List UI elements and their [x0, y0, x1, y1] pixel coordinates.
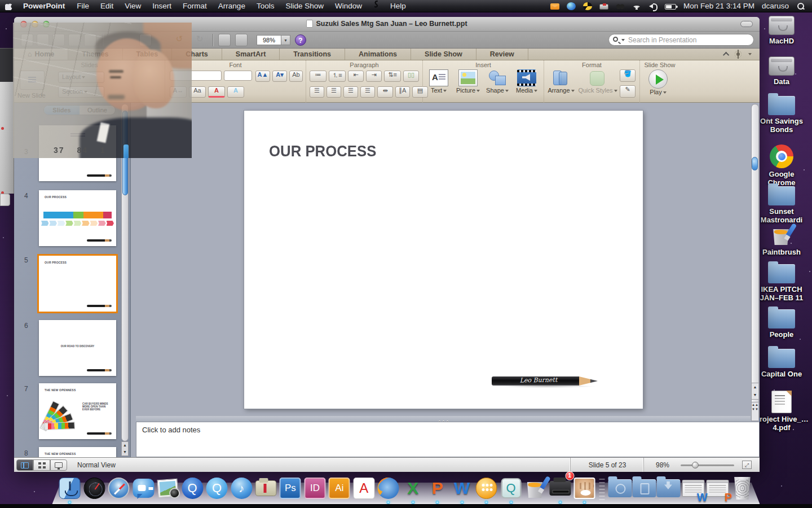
- justify-icon[interactable]: ☰: [360, 86, 375, 98]
- zoom-slider-knob[interactable]: [692, 462, 699, 468]
- slide-sorter-button[interactable]: [33, 459, 50, 471]
- dock-image-capture[interactable]: [254, 476, 277, 501]
- dock-powerpoint[interactable]: P: [426, 476, 449, 501]
- text-direction-icon[interactable]: ∥A: [395, 86, 410, 98]
- desktop-icon-data[interactable]: Data: [754, 56, 809, 86]
- dock-minimized-word-doc[interactable]: W: [681, 476, 705, 501]
- fit-slide-to-window-button[interactable]: ⤢: [742, 461, 752, 469]
- menu-format[interactable]: Format: [177, 0, 213, 12]
- align-center-icon[interactable]: ☰: [326, 86, 341, 98]
- applescript-icon[interactable]: [368, 0, 385, 12]
- dock-folder-documents[interactable]: [632, 476, 656, 501]
- mail-icon[interactable]: [550, 3, 559, 10]
- toolbar-toggle-button[interactable]: [740, 21, 753, 27]
- distribute-icon[interactable]: ⇹: [377, 86, 393, 98]
- align-right-icon[interactable]: ☰: [343, 86, 358, 98]
- dock-folder-applications[interactable]: [608, 476, 632, 501]
- clear-formatting-icon[interactable]: Ab: [289, 71, 303, 82]
- menu-username[interactable]: dcaruso: [762, 2, 789, 10]
- tab-animations[interactable]: Animations: [345, 49, 411, 60]
- pane-scroll-arrows[interactable]: ▲▼: [121, 441, 129, 456]
- quick-styles-button[interactable]: Quick Styles: [578, 69, 617, 94]
- decrease-indent-icon[interactable]: ⇤: [348, 71, 364, 82]
- dock-trash[interactable]: [730, 476, 754, 501]
- desktop-icon-people[interactable]: People: [754, 309, 809, 339]
- sphere-status-icon[interactable]: [583, 2, 592, 10]
- dock-finder[interactable]: [58, 476, 82, 501]
- slide-show-button[interactable]: [50, 459, 67, 471]
- dock-firefox[interactable]: [377, 476, 400, 501]
- desktop-icon-google-chrome[interactable]: Google Chrome: [754, 144, 809, 187]
- dock-quicktime[interactable]: Q: [180, 476, 204, 501]
- menu-view[interactable]: View: [119, 0, 147, 12]
- slide-title[interactable]: OUR PROCESS: [269, 142, 376, 160]
- menu-window[interactable]: Window: [329, 0, 368, 12]
- vertical-scrollbar-track[interactable]: [751, 104, 759, 409]
- menu-clock[interactable]: Mon Feb 21 3:14 PM: [683, 2, 754, 10]
- collapse-ribbon-icon[interactable]: [723, 52, 729, 58]
- show-formatting-icon[interactable]: [218, 34, 231, 46]
- search-field[interactable]: [608, 34, 754, 46]
- tab-smartart[interactable]: SmartArt: [222, 49, 280, 60]
- menu-powerpoint[interactable]: PowerPoint: [17, 0, 71, 12]
- align-left-icon[interactable]: ☰: [310, 86, 324, 98]
- search-input[interactable]: [628, 35, 750, 45]
- slide-thumbnail-6[interactable]: OUR ROAD TO DISCOVERY: [39, 320, 116, 376]
- ribbon-settings-gear-icon[interactable]: [735, 51, 742, 58]
- desktop-icon-paintbrush[interactable]: Paintbrush: [754, 225, 809, 256]
- dock-iphoto[interactable]: [156, 476, 179, 501]
- media-browser-icon[interactable]: [235, 34, 248, 46]
- columns-icon[interactable]: ▯▯: [403, 71, 419, 82]
- font-color-icon[interactable]: A: [208, 86, 225, 98]
- volume-icon[interactable]: [648, 2, 657, 10]
- dock-minimized-ppt-doc[interactable]: P: [706, 476, 730, 501]
- dock-itunes[interactable]: ♪: [230, 476, 253, 501]
- apple-menu[interactable]: [0, 2, 17, 10]
- desktop-icon-machd[interactable]: MacHD: [754, 16, 809, 45]
- quicksilver-icon[interactable]: [567, 2, 576, 10]
- text-effects-icon[interactable]: A: [227, 86, 244, 98]
- desktop-icon-sunset-mastronardi[interactable]: Sunset Mastronardi: [754, 186, 809, 224]
- menu-file[interactable]: File: [71, 0, 95, 12]
- increase-font-icon[interactable]: A▲: [255, 71, 270, 82]
- spotlight-icon[interactable]: [796, 2, 805, 10]
- wifi-icon[interactable]: [632, 2, 641, 10]
- dock-paint-app[interactable]: [523, 476, 547, 501]
- slide-thumbnail-4[interactable]: OUR PROCESS: [39, 190, 116, 246]
- menu-arrange[interactable]: Arrange: [213, 0, 251, 12]
- dock-word[interactable]: W: [450, 476, 474, 501]
- desktop-icon-ikea-pitch[interactable]: IKEA PITCH JAN–FEB 11: [754, 264, 809, 302]
- menu-insert[interactable]: Insert: [147, 0, 177, 12]
- play-button[interactable]: Play: [646, 69, 670, 95]
- vertical-scrollbar-thumb[interactable]: [752, 157, 758, 170]
- slide-thumbnail-8[interactable]: THE NEW OPENNESS: [39, 447, 116, 457]
- dock-photo-cat[interactable]: [572, 476, 596, 501]
- desktop-icon-ont-savings-bonds[interactable]: Ont Savings Bonds: [754, 96, 809, 134]
- zoom-dropdown[interactable]: ▾: [281, 35, 290, 45]
- slide-thumbnail-5-selected[interactable]: OUR PROCESS: [39, 256, 116, 312]
- arrange-button[interactable]: Arrange: [546, 69, 576, 94]
- binoculars-icon[interactable]: [616, 2, 625, 10]
- search-scope-dropdown-icon[interactable]: [621, 39, 625, 41]
- previous-next-slide-buttons[interactable]: ▲▲▼▼: [751, 402, 759, 421]
- tab-review[interactable]: Review: [476, 49, 528, 60]
- dock-safari[interactable]: [107, 476, 130, 501]
- menu-tools[interactable]: Tools: [251, 0, 280, 12]
- help-button[interactable]: ?: [295, 34, 306, 46]
- bullets-icon[interactable]: ≔: [310, 71, 326, 82]
- dock-ichat[interactable]: [131, 476, 155, 501]
- dock-folder-downloads[interactable]: [657, 476, 681, 501]
- numbering-icon[interactable]: ⒈≡: [329, 71, 346, 82]
- slide-thumbnail-7[interactable]: THE NEW OPENNESS CAR BUYERS MINDS MORE O…: [39, 383, 116, 439]
- zoom-value[interactable]: 98%: [257, 35, 281, 45]
- dock-chat-q[interactable]: Q: [499, 476, 523, 501]
- increase-indent-icon[interactable]: ⇥: [366, 71, 382, 82]
- tab-slideshow[interactable]: Slide Show: [411, 49, 476, 60]
- dock-indesign[interactable]: ID: [303, 476, 326, 501]
- notes-pane[interactable]: Click to add notes: [136, 422, 760, 457]
- dock-illustrator[interactable]: Ai: [328, 476, 351, 501]
- battery-icon[interactable]: [665, 4, 676, 10]
- redo-icon[interactable]: ↻: [193, 34, 206, 46]
- desktop-icon-capital-one[interactable]: Capital One: [754, 349, 809, 378]
- dock-excel[interactable]: X: [401, 476, 425, 501]
